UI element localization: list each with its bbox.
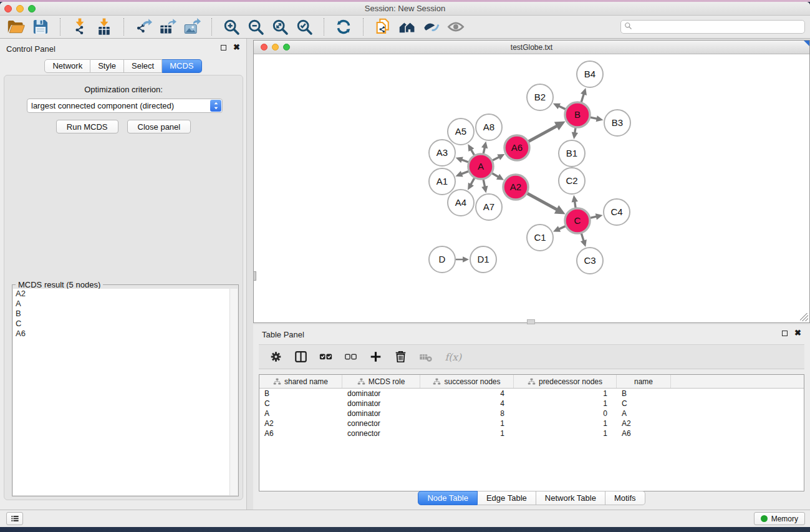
splitter-handle-left[interactable] <box>253 271 256 281</box>
network-canvas[interactable]: B4B2BB3B1A5A8A6A3AA1A2C2A4A7C4CC1C3DD1 <box>254 54 809 322</box>
mcds-result-item[interactable]: B <box>13 309 238 319</box>
search-box[interactable] <box>620 20 805 34</box>
split-columns-icon[interactable] <box>294 350 308 364</box>
table-cell[interactable]: 8 <box>420 409 514 418</box>
table-cell[interactable]: 1 <box>420 418 514 428</box>
table-cell[interactable]: B <box>617 389 671 399</box>
table-row[interactable]: A2connector11A2 <box>259 418 804 428</box>
table-cell[interactable]: 0 <box>514 409 617 418</box>
node-label: C <box>574 215 581 226</box>
table-header-row: shared nameMCDS rolesuccessor nodesprede… <box>259 375 804 389</box>
deselect-all-icon[interactable] <box>344 350 358 364</box>
table-row[interactable]: A6connector11A6 <box>259 428 804 438</box>
table-cell[interactable]: dominator <box>342 409 420 418</box>
open-folder-icon[interactable] <box>6 17 26 36</box>
share-session-icon[interactable] <box>373 17 393 36</box>
export-network-icon[interactable] <box>133 17 153 36</box>
table-row[interactable]: Cdominator41C <box>259 399 804 409</box>
column-header-successor-nodes[interactable]: successor nodes <box>420 375 514 388</box>
column-header-name[interactable]: name <box>617 375 671 388</box>
table-cell[interactable]: A2 <box>259 418 342 428</box>
memory-button[interactable]: Memory <box>754 512 805 525</box>
refresh-icon[interactable] <box>334 17 354 36</box>
table-cell[interactable]: A6 <box>259 428 342 438</box>
table-cell[interactable]: dominator <box>342 399 420 409</box>
table-cell[interactable]: 1 <box>514 389 617 399</box>
table-cell[interactable]: A <box>617 409 671 418</box>
table-cell[interactable]: 1 <box>514 418 617 428</box>
zoom-fit-icon[interactable] <box>270 17 290 36</box>
table-cell[interactable]: dominator <box>342 389 420 399</box>
table-cell[interactable]: 1 <box>420 428 514 438</box>
result-list-scrollbar[interactable] <box>229 289 238 495</box>
import-network-icon[interactable] <box>70 17 90 36</box>
export-image-icon[interactable] <box>182 17 202 36</box>
table-cell[interactable]: A <box>259 409 342 418</box>
tab-edge-table[interactable]: Edge Table <box>478 491 536 505</box>
task-history-button[interactable] <box>6 512 23 525</box>
save-icon[interactable] <box>31 17 51 36</box>
table-cell[interactable]: C <box>259 399 342 409</box>
table-cell[interactable]: 1 <box>514 399 617 409</box>
column-header-shared-name[interactable]: shared name <box>259 375 342 388</box>
table-row[interactable]: Adominator80A <box>259 409 804 418</box>
tab-node-table[interactable]: Node Table <box>418 491 478 505</box>
tab-network-table[interactable]: Network Table <box>536 491 605 505</box>
mcds-result-item[interactable]: A2 <box>13 289 238 299</box>
table-cell[interactable]: A2 <box>617 418 671 428</box>
zoom-in-icon[interactable] <box>221 17 241 36</box>
splitter-handle-horizontal[interactable] <box>527 319 535 324</box>
table-cell[interactable]: C <box>617 399 671 409</box>
close-table-panel-icon[interactable]: ✖ <box>794 330 801 336</box>
float-table-panel-icon[interactable] <box>782 331 788 336</box>
export-table-icon[interactable] <box>158 17 178 36</box>
table-cell[interactable]: connector <box>342 428 420 438</box>
home-icon[interactable] <box>397 17 417 36</box>
gear-icon[interactable] <box>269 350 283 364</box>
zoom-selected-icon[interactable] <box>294 17 314 36</box>
eye-icon[interactable] <box>446 17 466 36</box>
zoom-out-icon[interactable] <box>246 17 266 36</box>
table-row[interactable]: Bdominator41B <box>259 389 804 399</box>
table-cell[interactable]: B <box>259 389 342 399</box>
edge-C-C3[interactable] <box>581 233 584 241</box>
table-cell[interactable]: 4 <box>420 389 514 399</box>
tab-style[interactable]: Style <box>90 59 124 73</box>
criterion-dropdown[interactable]: largest connected component (directed) <box>27 99 223 113</box>
search-input[interactable] <box>632 21 801 32</box>
mcds-result-item[interactable]: A <box>13 299 238 309</box>
control-panel-tabs: NetworkStyleSelectMCDS <box>0 59 246 73</box>
delete-icon[interactable] <box>393 350 408 364</box>
table-cell[interactable]: A6 <box>617 428 671 438</box>
resize-grip-icon[interactable] <box>800 313 808 321</box>
table-body: Bdominator41BCdominator41CAdominator80AA… <box>259 389 804 438</box>
delete-table-icon <box>418 350 433 364</box>
table-cell[interactable]: 1 <box>514 428 617 438</box>
mcds-result-item[interactable]: A6 <box>13 329 238 339</box>
node-label: A2 <box>510 181 521 192</box>
tab-network[interactable]: Network <box>44 59 90 73</box>
node-label: A5 <box>455 126 466 137</box>
run-mcds-button[interactable]: Run MCDS <box>56 120 118 133</box>
toolbar-separator <box>363 18 364 36</box>
select-all-icon[interactable] <box>319 350 333 364</box>
import-table-icon[interactable] <box>94 17 114 36</box>
tab-mcds[interactable]: MCDS <box>162 59 201 73</box>
column-header-predecessor-nodes[interactable]: predecessor nodes <box>514 375 617 388</box>
mcds-result-item[interactable]: C <box>13 319 238 329</box>
table-cell[interactable]: 4 <box>420 399 514 409</box>
close-panel-button[interactable]: Close panel <box>127 120 191 133</box>
tab-motifs[interactable]: Motifs <box>605 491 645 505</box>
column-header-MCDS-role[interactable]: MCDS role <box>342 375 420 388</box>
edge-A2-C[interactable] <box>527 193 557 210</box>
edge-A6-B[interactable] <box>528 125 557 142</box>
network-window-titlebar[interactable]: testGlobe.txt <box>254 41 809 54</box>
close-panel-icon[interactable]: ✖ <box>233 44 240 51</box>
hide-panel-icon[interactable] <box>422 17 441 36</box>
tab-select[interactable]: Select <box>124 59 162 73</box>
table-cell[interactable]: connector <box>342 418 420 428</box>
edge-A-A1[interactable] <box>461 172 469 175</box>
add-column-icon[interactable] <box>369 350 383 364</box>
float-panel-icon[interactable] <box>221 45 226 51</box>
edge-B-B4[interactable] <box>581 94 584 102</box>
